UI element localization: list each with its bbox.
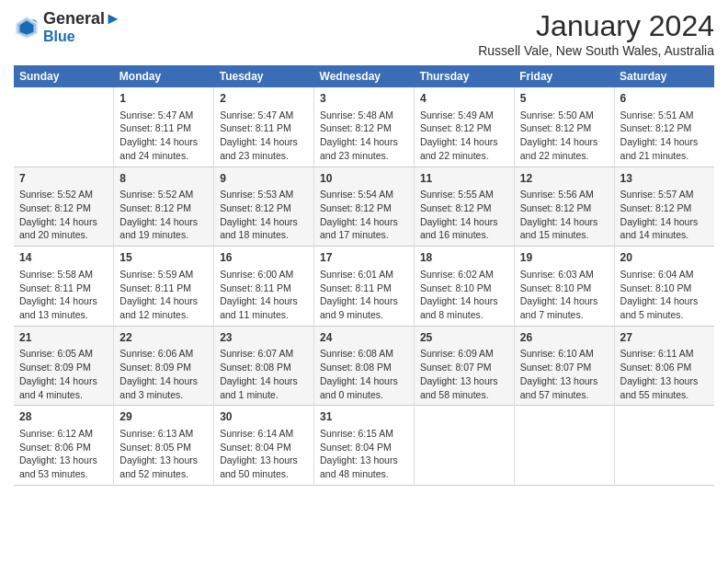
- day-info: Sunrise: 6:14 AMSunset: 8:04 PMDaylight:…: [220, 427, 308, 481]
- day-number: 4: [420, 91, 508, 107]
- calendar-cell: 8Sunrise: 5:52 AMSunset: 8:12 PMDaylight…: [114, 167, 214, 247]
- day-info: Sunrise: 5:55 AMSunset: 8:12 PMDaylight:…: [420, 188, 508, 242]
- logo-icon: [14, 15, 40, 40]
- day-info: Sunrise: 6:05 AMSunset: 8:09 PMDaylight:…: [19, 347, 108, 401]
- calendar-cell: 28Sunrise: 6:12 AMSunset: 8:06 PMDayligh…: [14, 406, 114, 486]
- calendar-week-row: 28Sunrise: 6:12 AMSunset: 8:06 PMDayligh…: [14, 406, 714, 486]
- month-year-title: January 2024: [478, 9, 714, 43]
- day-info: Sunrise: 5:47 AMSunset: 8:11 PMDaylight:…: [119, 109, 208, 163]
- calendar-cell: [514, 406, 614, 486]
- day-number: 14: [19, 250, 108, 266]
- calendar-cell: 16Sunrise: 6:00 AMSunset: 8:11 PMDayligh…: [214, 247, 314, 327]
- day-info: Sunrise: 6:00 AMSunset: 8:11 PMDaylight:…: [220, 268, 308, 322]
- calendar-cell: 3Sunrise: 5:48 AMSunset: 8:12 PMDaylight…: [314, 87, 415, 167]
- day-info: Sunrise: 6:03 AMSunset: 8:10 PMDaylight:…: [520, 268, 609, 322]
- day-number: 22: [119, 330, 208, 346]
- calendar-cell: [614, 406, 714, 486]
- weekday-header-tuesday: Tuesday: [214, 65, 314, 87]
- weekday-header-sunday: Sunday: [14, 65, 114, 87]
- day-info: Sunrise: 6:09 AMSunset: 8:07 PMDaylight:…: [420, 347, 508, 401]
- calendar-cell: 15Sunrise: 5:59 AMSunset: 8:11 PMDayligh…: [114, 247, 214, 327]
- calendar-cell: 27Sunrise: 6:11 AMSunset: 8:06 PMDayligh…: [614, 326, 714, 406]
- day-info: Sunrise: 6:07 AMSunset: 8:08 PMDaylight:…: [220, 347, 308, 401]
- day-info: Sunrise: 6:13 AMSunset: 8:05 PMDaylight:…: [119, 427, 208, 481]
- day-info: Sunrise: 5:58 AMSunset: 8:11 PMDaylight:…: [19, 268, 108, 322]
- location-subtitle: Russell Vale, New South Wales, Australia: [478, 43, 714, 58]
- day-info: Sunrise: 5:53 AMSunset: 8:12 PMDaylight:…: [220, 188, 308, 242]
- weekday-header-thursday: Thursday: [414, 65, 514, 87]
- logo-text: General► Blue: [43, 9, 121, 45]
- day-info: Sunrise: 5:52 AMSunset: 8:12 PMDaylight:…: [19, 188, 108, 242]
- calendar-cell: 23Sunrise: 6:07 AMSunset: 8:08 PMDayligh…: [214, 326, 314, 406]
- calendar-cell: [14, 87, 114, 167]
- weekday-header-row: SundayMondayTuesdayWednesdayThursdayFrid…: [14, 65, 714, 87]
- calendar-cell: 10Sunrise: 5:54 AMSunset: 8:12 PMDayligh…: [314, 167, 415, 247]
- day-info: Sunrise: 5:57 AMSunset: 8:12 PMDaylight:…: [620, 188, 709, 242]
- day-number: 12: [520, 171, 609, 187]
- day-info: Sunrise: 6:06 AMSunset: 8:09 PMDaylight:…: [119, 347, 208, 401]
- day-number: 13: [620, 171, 709, 187]
- day-info: Sunrise: 5:51 AMSunset: 8:12 PMDaylight:…: [620, 109, 709, 163]
- day-number: 1: [119, 91, 208, 107]
- day-number: 6: [620, 91, 709, 107]
- calendar-cell: 11Sunrise: 5:55 AMSunset: 8:12 PMDayligh…: [414, 167, 514, 247]
- calendar-cell: 6Sunrise: 5:51 AMSunset: 8:12 PMDaylight…: [614, 87, 714, 167]
- day-number: 16: [220, 250, 308, 266]
- page-header: General► Blue January 2024 Russell Vale,…: [14, 9, 714, 58]
- day-number: 7: [19, 171, 108, 187]
- calendar-cell: 30Sunrise: 6:14 AMSunset: 8:04 PMDayligh…: [214, 406, 314, 486]
- calendar-week-row: 7Sunrise: 5:52 AMSunset: 8:12 PMDaylight…: [14, 167, 714, 247]
- calendar-cell: 24Sunrise: 6:08 AMSunset: 8:08 PMDayligh…: [314, 326, 415, 406]
- day-number: 25: [420, 330, 508, 346]
- day-number: 28: [19, 409, 108, 425]
- calendar-cell: 12Sunrise: 5:56 AMSunset: 8:12 PMDayligh…: [514, 167, 614, 247]
- calendar-week-row: 14Sunrise: 5:58 AMSunset: 8:11 PMDayligh…: [14, 247, 714, 327]
- calendar-cell: 31Sunrise: 6:15 AMSunset: 8:04 PMDayligh…: [314, 406, 415, 486]
- weekday-header-wednesday: Wednesday: [314, 65, 415, 87]
- calendar-cell: 26Sunrise: 6:10 AMSunset: 8:07 PMDayligh…: [514, 326, 614, 406]
- day-info: Sunrise: 5:59 AMSunset: 8:11 PMDaylight:…: [119, 268, 208, 322]
- day-number: 2: [220, 91, 308, 107]
- day-info: Sunrise: 6:01 AMSunset: 8:11 PMDaylight:…: [320, 268, 408, 322]
- day-info: Sunrise: 6:08 AMSunset: 8:08 PMDaylight:…: [320, 347, 408, 401]
- day-number: 19: [520, 250, 609, 266]
- calendar-cell: 2Sunrise: 5:47 AMSunset: 8:11 PMDaylight…: [214, 87, 314, 167]
- calendar-cell: 18Sunrise: 6:02 AMSunset: 8:10 PMDayligh…: [414, 247, 514, 327]
- day-info: Sunrise: 6:04 AMSunset: 8:10 PMDaylight:…: [620, 268, 709, 322]
- day-number: 27: [620, 330, 709, 346]
- day-number: 23: [220, 330, 308, 346]
- day-info: Sunrise: 5:50 AMSunset: 8:12 PMDaylight:…: [520, 109, 609, 163]
- day-info: Sunrise: 5:47 AMSunset: 8:11 PMDaylight:…: [220, 109, 308, 163]
- calendar-cell: 1Sunrise: 5:47 AMSunset: 8:11 PMDaylight…: [114, 87, 214, 167]
- weekday-header-friday: Friday: [514, 65, 614, 87]
- day-number: 24: [320, 330, 408, 346]
- day-number: 17: [320, 250, 408, 266]
- calendar-cell: 13Sunrise: 5:57 AMSunset: 8:12 PMDayligh…: [614, 167, 714, 247]
- calendar-cell: 19Sunrise: 6:03 AMSunset: 8:10 PMDayligh…: [514, 247, 614, 327]
- calendar-cell: 21Sunrise: 6:05 AMSunset: 8:09 PMDayligh…: [14, 326, 114, 406]
- calendar-cell: [414, 406, 514, 486]
- calendar-cell: 9Sunrise: 5:53 AMSunset: 8:12 PMDaylight…: [214, 167, 314, 247]
- day-number: 21: [19, 330, 108, 346]
- day-info: Sunrise: 6:11 AMSunset: 8:06 PMDaylight:…: [620, 347, 709, 401]
- day-info: Sunrise: 5:54 AMSunset: 8:12 PMDaylight:…: [320, 188, 408, 242]
- weekday-header-monday: Monday: [114, 65, 214, 87]
- calendar-cell: 25Sunrise: 6:09 AMSunset: 8:07 PMDayligh…: [414, 326, 514, 406]
- day-number: 30: [220, 409, 308, 425]
- calendar-week-row: 1Sunrise: 5:47 AMSunset: 8:11 PMDaylight…: [14, 87, 714, 167]
- day-number: 18: [420, 250, 508, 266]
- day-info: Sunrise: 5:56 AMSunset: 8:12 PMDaylight:…: [520, 188, 609, 242]
- day-info: Sunrise: 6:10 AMSunset: 8:07 PMDaylight:…: [520, 347, 609, 401]
- calendar-cell: 20Sunrise: 6:04 AMSunset: 8:10 PMDayligh…: [614, 247, 714, 327]
- day-info: Sunrise: 6:15 AMSunset: 8:04 PMDaylight:…: [320, 427, 408, 481]
- day-info: Sunrise: 5:49 AMSunset: 8:12 PMDaylight:…: [420, 109, 508, 163]
- day-info: Sunrise: 6:12 AMSunset: 8:06 PMDaylight:…: [19, 427, 108, 481]
- day-info: Sunrise: 6:02 AMSunset: 8:10 PMDaylight:…: [420, 268, 508, 322]
- day-number: 20: [620, 250, 709, 266]
- day-info: Sunrise: 5:52 AMSunset: 8:12 PMDaylight:…: [119, 188, 208, 242]
- day-number: 31: [320, 409, 408, 425]
- weekday-header-saturday: Saturday: [614, 65, 714, 87]
- day-number: 11: [420, 171, 508, 187]
- day-number: 29: [119, 409, 208, 425]
- day-number: 15: [119, 250, 208, 266]
